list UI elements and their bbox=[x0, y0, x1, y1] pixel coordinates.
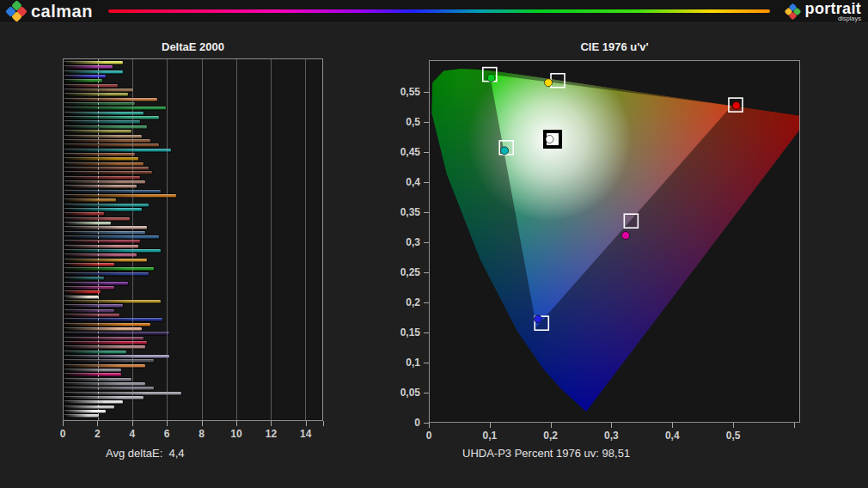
deltae-bar bbox=[64, 84, 118, 88]
v-tick-label: 0 bbox=[389, 417, 420, 429]
deltae-bar bbox=[64, 406, 114, 409]
x-tick-label: 14 bbox=[296, 428, 316, 440]
deltae-bar bbox=[64, 167, 149, 170]
deltae-bar bbox=[64, 337, 144, 340]
deltae-bar bbox=[64, 222, 111, 225]
deltae-bar bbox=[64, 355, 169, 358]
deltae-bar bbox=[64, 392, 181, 395]
deltae-bar bbox=[64, 240, 140, 243]
deltae-bar bbox=[64, 400, 123, 404]
v-tick bbox=[424, 423, 429, 424]
deltae-bar bbox=[64, 253, 137, 257]
deltae-bar bbox=[64, 364, 145, 368]
avg-deltae-label: Avg deltaE: 4,4 bbox=[106, 447, 185, 460]
deltae-bar bbox=[64, 153, 135, 156]
v-tick bbox=[424, 302, 429, 303]
v-tick-label: 0,05 bbox=[389, 387, 420, 399]
deltae-bar bbox=[64, 318, 162, 321]
v-tick bbox=[424, 393, 429, 393]
portrait-logo: portrait displays bbox=[779, 1, 868, 22]
v-tick-label: 0,3 bbox=[389, 236, 420, 248]
deltae-bar bbox=[64, 410, 106, 413]
v-tick bbox=[424, 242, 429, 243]
u-tick-label: 0,4 bbox=[658, 430, 686, 442]
u-tick-label: 0,3 bbox=[597, 430, 625, 442]
u-tick-label: 0 bbox=[415, 430, 443, 442]
deltae-bar bbox=[64, 267, 154, 271]
deltae-bar bbox=[64, 309, 114, 313]
deltae-bar-chart[interactable] bbox=[63, 58, 323, 421]
deltae-bar bbox=[64, 378, 131, 381]
x-tick bbox=[97, 421, 98, 426]
deltae-bar bbox=[64, 396, 144, 400]
deltae-bar bbox=[64, 369, 121, 372]
x-tick-label: 4 bbox=[122, 428, 143, 440]
deltae-bar bbox=[64, 93, 128, 96]
u-tick bbox=[794, 423, 795, 428]
v-tick bbox=[424, 182, 429, 183]
v-tick-label: 0,2 bbox=[389, 296, 420, 308]
u-tick-label: 0,2 bbox=[537, 430, 565, 442]
x-tick-label: 6 bbox=[156, 428, 177, 440]
v-tick-label: 0,45 bbox=[389, 146, 420, 158]
v-tick-label: 0,25 bbox=[389, 266, 420, 278]
u-tick bbox=[611, 423, 612, 428]
deltae-bar bbox=[64, 116, 159, 119]
portrait-diamond-icon bbox=[785, 4, 800, 19]
v-tick-label: 0,55 bbox=[389, 86, 420, 98]
calman-diamond-icon bbox=[7, 2, 26, 21]
u-tick bbox=[733, 423, 734, 428]
deltae-bar bbox=[64, 231, 145, 235]
x-tick bbox=[167, 421, 168, 426]
u-tick bbox=[672, 423, 673, 428]
deltae-bar bbox=[64, 102, 135, 106]
deltae-bar bbox=[64, 387, 154, 390]
deltae-bar bbox=[64, 65, 113, 69]
deltae-bar bbox=[64, 245, 138, 248]
deltae-bar bbox=[64, 185, 137, 188]
v-tick bbox=[424, 272, 429, 273]
deltae-bar bbox=[64, 75, 106, 78]
v-tick-label: 0,4 bbox=[389, 176, 420, 188]
x-tick bbox=[236, 421, 237, 426]
calman-logo: calman bbox=[0, 2, 100, 21]
deltae-bar bbox=[64, 204, 149, 207]
x-tick-label: 2 bbox=[87, 428, 107, 440]
u-tick-label: 0,5 bbox=[719, 430, 747, 442]
v-tick-label: 0,15 bbox=[389, 326, 420, 339]
deltae-bar bbox=[64, 130, 131, 133]
x-tick-label: 8 bbox=[192, 428, 212, 440]
deltae-bar bbox=[64, 323, 150, 326]
cie-diagram[interactable] bbox=[429, 60, 800, 423]
top-banner: calman portrait displays bbox=[0, 0, 868, 23]
deltae-bar bbox=[64, 176, 140, 180]
deltae-bar bbox=[64, 345, 145, 349]
deltae-bar bbox=[64, 180, 145, 184]
u-tick-label: 0,1 bbox=[476, 430, 504, 442]
deltae-bar bbox=[64, 171, 152, 174]
deltae-bar bbox=[64, 286, 114, 290]
deltae-bar bbox=[64, 139, 150, 143]
deltae-bar bbox=[64, 272, 149, 276]
v-tick bbox=[424, 152, 429, 153]
deltae-bar bbox=[64, 314, 119, 317]
x-tick bbox=[323, 421, 324, 426]
u-tick bbox=[551, 423, 552, 428]
deltae-bar bbox=[64, 125, 147, 129]
x-tick bbox=[132, 421, 133, 426]
cie-measured-white bbox=[546, 136, 553, 143]
deltae-bar bbox=[64, 259, 147, 262]
cie-measured-cyan bbox=[501, 147, 509, 155]
deltae-bar bbox=[64, 373, 121, 376]
deltae-bar bbox=[64, 190, 161, 193]
v-tick bbox=[424, 122, 429, 123]
deltae-bar bbox=[64, 88, 133, 92]
v-tick-label: 0,5 bbox=[389, 116, 420, 128]
deltae-bar bbox=[64, 208, 142, 211]
x-tick bbox=[271, 421, 272, 426]
deltae-bar bbox=[64, 162, 144, 166]
cie-measured-magenta bbox=[621, 232, 629, 240]
x-tick-label: 12 bbox=[260, 428, 281, 440]
v-tick-label: 0,35 bbox=[389, 206, 420, 218]
deltae-bar bbox=[64, 212, 104, 216]
